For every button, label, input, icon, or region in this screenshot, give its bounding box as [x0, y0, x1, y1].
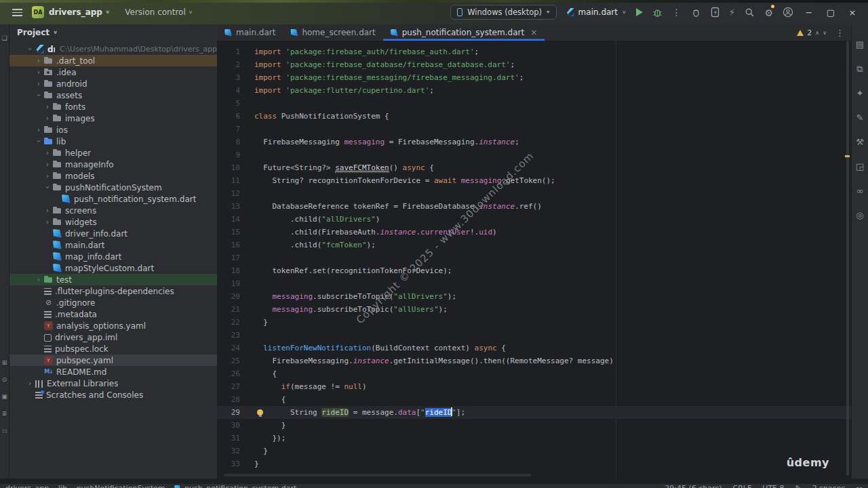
notifications-icon[interactable]: ▤ [856, 40, 864, 49]
tree-expand-icon[interactable]: › [43, 149, 52, 157]
tree-item-images[interactable]: ›images [9, 113, 217, 124]
tree-expand-icon[interactable]: › [43, 172, 52, 180]
breadcrumb-item[interactable]: push_notification_system.dart [184, 484, 296, 488]
horizontal-scrollbar[interactable] [224, 474, 531, 476]
tree-item-models[interactable]: ›models [9, 170, 217, 182]
tree-expand-icon[interactable]: › [35, 80, 43, 87]
tab-options-icon[interactable]: ⋮ [829, 24, 851, 41]
code-line[interactable]: 18 tokenRef.set(recognitionTokenForDevic… [217, 264, 851, 277]
build-tools-icon[interactable]: ⚒ [856, 138, 864, 146]
run-configuration-dropdown[interactable]: main.dart ∨ [566, 7, 627, 17]
code-line[interactable]: 24 listenForNewNotification(BuildContext… [217, 342, 851, 354]
tree-expand-icon[interactable]: › [35, 276, 43, 283]
project-icon[interactable]: ❑ [1, 35, 7, 41]
tree-expand-icon[interactable]: › [44, 184, 52, 192]
indent[interactable]: 2 spaces [812, 484, 846, 488]
tree-expand-icon[interactable]: › [43, 103, 52, 110]
profiler-icon[interactable] [691, 7, 701, 18]
tree-item-fonts[interactable]: ›fonts [9, 101, 217, 113]
code-line[interactable]: 23 [217, 329, 851, 342]
code-line[interactable]: 2import 'package:firebase_database/fireb… [217, 58, 851, 71]
tree-item-readme-md[interactable]: M↓README.md [9, 366, 217, 378]
warning-stripe-mark[interactable] [845, 155, 850, 157]
status-widget-icon[interactable]: ⚏ [856, 484, 863, 488]
settings-gear-icon[interactable]: ⚙ [764, 6, 773, 19]
tree-item-scratches-and-consoles[interactable]: Scratches and Consoles [9, 389, 217, 401]
commit-icon[interactable]: ⊞ [2, 360, 7, 366]
tree-item--gitignore[interactable]: ⊘.gitignore [9, 297, 217, 308]
code-line[interactable]: 25 FirebaseMessaging.instance.getInitial… [217, 354, 851, 367]
tree-item-pubspec-yaml[interactable]: Ypubspec.yaml [9, 354, 217, 366]
tree-expand-icon[interactable]: › [43, 218, 52, 226]
problems-icon[interactable]: ▣ [1, 394, 7, 400]
inspections-widget[interactable]: 2 ∧ ∨ [797, 28, 827, 37]
code-line[interactable]: 3import 'package:firebase_messaging/fire… [217, 71, 851, 84]
code-line[interactable]: 29 String rideID = message.data["rideID"… [217, 406, 851, 419]
device-manager-icon[interactable]: ⧉ [856, 64, 863, 73]
close-button[interactable]: × [846, 7, 859, 18]
tree-item-driver-info-dart[interactable]: driver_info.dart [9, 228, 217, 239]
terminal-icon[interactable]: ≣ [2, 411, 7, 417]
tree-expand-icon[interactable]: › [26, 45, 34, 54]
tree-item-manageinfo[interactable]: ›manageInfo [9, 159, 217, 170]
tree-expand-icon[interactable]: › [43, 207, 52, 214]
tree-item-external-libraries[interactable]: ›External Libraries [9, 378, 217, 389]
code-line[interactable]: 16 .child("fcmToken"); [217, 239, 851, 251]
code-line[interactable]: 12 [217, 187, 851, 200]
tree-expand-icon[interactable]: › [26, 380, 34, 387]
debug-button[interactable] [652, 7, 663, 18]
code-line[interactable]: 14 .child("allDrivers") [217, 213, 851, 226]
code-line[interactable]: 30 } [217, 419, 851, 432]
code-line[interactable]: 13 DatabaseReference tokenRef = Firebase… [217, 200, 851, 213]
tree-item-lib[interactable]: ›lib [9, 136, 217, 147]
tab-main.dart[interactable]: main.dart [217, 24, 283, 41]
layout-inspector-icon[interactable]: ◎ [856, 211, 863, 220]
code-line[interactable]: 19 [217, 277, 851, 290]
device-mirror-icon[interactable] [711, 7, 719, 18]
tree-expand-icon[interactable]: › [35, 68, 43, 76]
tree-expand-icon[interactable]: › [43, 115, 52, 122]
code-line[interactable]: 31 }); [217, 432, 851, 445]
tree-item-drivers-app[interactable]: ›drivers_appC:\Users\Muhammad\Desktop\dr… [9, 43, 217, 55]
code-line[interactable]: 21 messaging.subscribeToTopic("allUsers"… [217, 303, 851, 316]
tab-home_screen.dart[interactable]: home_screen.dart [283, 24, 382, 41]
code-line[interactable]: 26 { [217, 367, 851, 380]
code-line[interactable]: 20 messaging.subscribeToTopic("allDriver… [217, 290, 851, 303]
breadcrumb-item[interactable]: drivers_app [5, 484, 49, 488]
code-line[interactable]: 6class PushNotificationSystem { [217, 110, 851, 123]
run-button[interactable] [636, 8, 643, 16]
pencil-icon[interactable]: ✎ [795, 484, 801, 488]
lightning-icon[interactable]: ⚡ [729, 7, 736, 17]
code-line[interactable]: 11 String? recognitionTokenForDevice = a… [217, 174, 851, 187]
vertical-scrollbar[interactable] [846, 41, 849, 476]
tree-item-analysis-options-yaml[interactable]: Yanalysis_options.yaml [9, 320, 217, 331]
intention-bulb-icon[interactable] [257, 409, 263, 415]
version-control-dropdown[interactable]: Version control ∨ [125, 7, 193, 17]
minimize-button[interactable]: − [803, 7, 815, 18]
flutter-inspector-icon[interactable]: ✎ [856, 113, 864, 122]
tree-expand-icon[interactable]: › [43, 161, 52, 168]
tree-item-ios[interactable]: ›ios [9, 124, 217, 136]
device-selector[interactable]: Windows (desktop) ▾ [450, 5, 556, 20]
tree-expand-icon[interactable]: › [35, 138, 43, 146]
prev-warning-icon[interactable]: ∧ [815, 30, 819, 36]
tree-item-map-info-dart[interactable]: map_info.dart [9, 251, 217, 262]
tree-item-screens[interactable]: ›screens [9, 205, 217, 216]
project-name-dropdown[interactable]: drivers_app ∨ [49, 7, 110, 17]
code-line[interactable]: 17 [217, 251, 851, 264]
code-line[interactable]: 22 } [217, 316, 851, 329]
project-panel-header[interactable]: Project ∨ [9, 24, 217, 41]
encoding[interactable]: UTF-8 [762, 484, 784, 488]
tree-item-assets[interactable]: ›assets [9, 89, 217, 101]
code-line[interactable]: 8 FirebaseMessaging messaging = Firebase… [217, 136, 851, 148]
line-separator[interactable]: CRLF [733, 484, 752, 488]
tree-item-main-dart[interactable]: main.dart [9, 239, 217, 251]
tree-item-mapstylecustom-dart[interactable]: mapStyleCustom.dart [9, 262, 217, 274]
structure-icon[interactable]: ⊙ [2, 377, 7, 383]
restore-button[interactable]: ▢ [825, 7, 837, 18]
tree-item-test[interactable]: ›test [9, 274, 217, 285]
tree-item--dart-tool[interactable]: ›.dart_tool [9, 55, 217, 66]
tree-item-widgets[interactable]: ›widgets [9, 216, 217, 228]
code-area[interactable]: 1import 'package:firebase_auth/firebase_… [217, 41, 851, 479]
breadcrumb-item[interactable]: lib [58, 484, 67, 488]
